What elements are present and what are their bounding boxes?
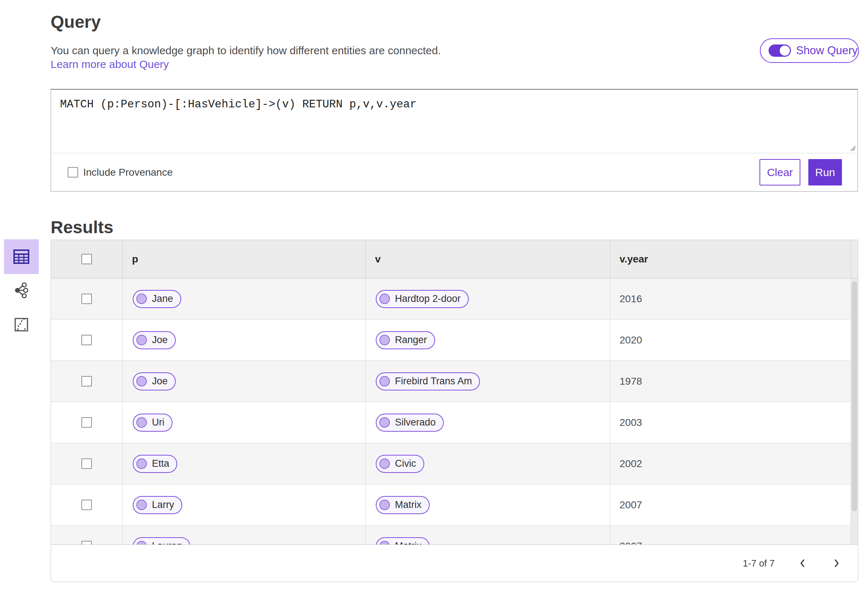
map-view-button[interactable]: [4, 307, 39, 342]
row-checkbox[interactable]: [81, 293, 92, 304]
entity-pill-p[interactable]: Larry: [133, 496, 182, 514]
header-scroll-stub: [851, 240, 858, 278]
year-value: 2003: [620, 417, 642, 428]
resize-handle-icon[interactable]: [849, 144, 856, 152]
node-icon: [379, 541, 390, 544]
entity-pill-label: Joe: [152, 335, 168, 346]
map-icon: [14, 317, 29, 332]
row-checkbox[interactable]: [81, 417, 92, 428]
entity-pill-v[interactable]: Ranger: [376, 331, 435, 349]
toggle-switch-icon[interactable]: [769, 44, 791, 57]
entity-pill-label: Matrix: [395, 541, 422, 544]
page-description: You can query a knowledge graph to ident…: [51, 44, 441, 57]
year-value: 2007: [620, 541, 642, 545]
row-checkbox[interactable]: [81, 541, 92, 544]
chevron-right-icon: [833, 558, 840, 568]
node-icon: [136, 335, 147, 345]
node-icon: [379, 293, 390, 304]
page-title: Query: [51, 12, 101, 32]
query-editor: MATCH (p:Person)-[:HasVehicle]->(v) RETU…: [51, 90, 858, 153]
entity-pill-v[interactable]: Silverado: [376, 414, 444, 432]
scrollbar-thumb[interactable]: [852, 281, 857, 511]
entity-pill-p[interactable]: Joe: [133, 331, 176, 349]
table-row[interactable]: Etta Civic 2002: [51, 443, 851, 485]
query-panel: MATCH (p:Person)-[:HasVehicle]->(v) RETU…: [51, 89, 858, 192]
entity-pill-p[interactable]: Etta: [133, 455, 177, 473]
network-graph-icon: [14, 282, 29, 299]
entity-pill-label: Jane: [152, 293, 173, 304]
node-icon: [379, 335, 390, 345]
table-view-button[interactable]: [4, 239, 39, 274]
table-header-row: p v v.year: [51, 240, 858, 279]
entity-pill-v[interactable]: Matrix: [376, 537, 430, 545]
node-icon: [136, 500, 147, 510]
table-footer: 1-7 of 7: [51, 544, 858, 582]
next-page-button[interactable]: [830, 558, 843, 568]
entity-pill-label: Uri: [152, 417, 165, 428]
graph-view-button[interactable]: [4, 273, 39, 308]
entity-pill-label: Civic: [395, 458, 416, 469]
row-checkbox[interactable]: [81, 500, 92, 510]
table-row[interactable]: Uri Silverado 2003: [51, 402, 851, 443]
year-value: 1978: [620, 376, 642, 387]
node-icon: [379, 458, 390, 469]
table-row[interactable]: Joe Firebird Trans Am 1978: [51, 361, 851, 402]
node-icon: [379, 417, 390, 428]
prev-page-button[interactable]: [796, 558, 809, 568]
entity-pill-p[interactable]: Joe: [133, 372, 176, 391]
entity-pill-label: Etta: [152, 458, 169, 469]
entity-pill-v[interactable]: Firebird Trans Am: [376, 372, 480, 391]
table-body: Jane Hardtop 2-door 2016 Joe Ranger: [51, 279, 858, 544]
node-icon: [379, 376, 390, 386]
query-input[interactable]: MATCH (p:Person)-[:HasVehicle]->(v) RETU…: [51, 90, 858, 153]
include-provenance-checkbox[interactable]: [68, 167, 78, 177]
node-icon: [136, 417, 147, 428]
entity-pill-p[interactable]: Uri: [133, 414, 173, 432]
table-row[interactable]: Jane Hardtop 2-door 2016: [51, 279, 851, 320]
select-all-checkbox[interactable]: [81, 254, 92, 264]
column-header-vyear[interactable]: v.year: [610, 240, 851, 278]
show-query-label: Show Query: [796, 44, 858, 57]
entity-pill-p[interactable]: Lauren: [133, 537, 190, 545]
results-heading: Results: [51, 217, 113, 238]
column-header-p[interactable]: p: [122, 240, 365, 278]
pagination-range-label: 1-7 of 7: [743, 558, 775, 569]
run-button[interactable]: Run: [808, 159, 842, 186]
node-icon: [136, 458, 147, 469]
entity-pill-label: Joe: [152, 376, 168, 387]
toggle-knob: [780, 46, 790, 56]
table-row[interactable]: Lauren Matrix 2007: [51, 526, 851, 544]
entity-pill-p[interactable]: Jane: [133, 290, 181, 308]
entity-pill-v[interactable]: Hardtop 2-door: [376, 290, 469, 308]
node-icon: [379, 500, 390, 510]
entity-pill-label: Hardtop 2-door: [395, 293, 461, 304]
entity-pill-label: Ranger: [395, 335, 427, 346]
entity-pill-label: Larry: [152, 499, 174, 510]
year-value: 2002: [620, 458, 642, 470]
query-actions-row: Include Provenance Clear Run: [51, 153, 858, 191]
chevron-left-icon: [799, 558, 806, 568]
year-value: 2020: [620, 335, 642, 346]
learn-more-link[interactable]: Learn more about Query: [51, 58, 169, 71]
column-header-v[interactable]: v: [365, 240, 610, 278]
node-icon: [136, 376, 147, 386]
include-provenance-label: Include Provenance: [83, 167, 173, 178]
table-row[interactable]: Larry Matrix 2007: [51, 485, 851, 526]
table-row[interactable]: Joe Ranger 2020: [51, 320, 851, 361]
entity-pill-label: Lauren: [152, 541, 182, 544]
row-checkbox[interactable]: [81, 335, 92, 345]
row-checkbox[interactable]: [81, 458, 92, 469]
table-icon: [13, 249, 30, 264]
results-table: p v v.year Jane Hardtop 2-door 2016: [51, 240, 858, 544]
year-value: 2007: [620, 499, 642, 511]
entity-pill-v[interactable]: Matrix: [376, 496, 430, 514]
entity-pill-v[interactable]: Civic: [376, 455, 424, 473]
year-value: 2016: [620, 293, 642, 305]
clear-button[interactable]: Clear: [760, 159, 800, 186]
row-checkbox[interactable]: [81, 376, 92, 386]
show-query-toggle[interactable]: Show Query: [760, 38, 859, 63]
node-icon: [136, 541, 147, 544]
node-icon: [136, 293, 147, 304]
table-scrollbar[interactable]: [851, 279, 858, 544]
table-body-rows: Jane Hardtop 2-door 2016 Joe Ranger: [51, 279, 851, 544]
